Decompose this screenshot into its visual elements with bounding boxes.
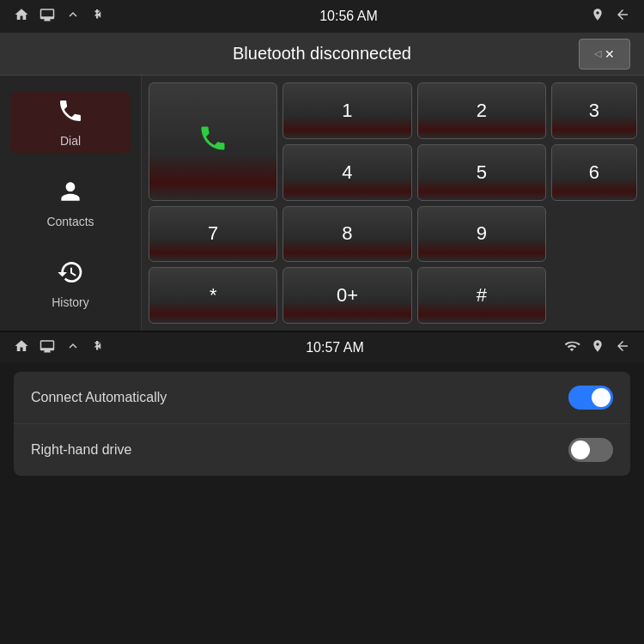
notification-bar: Bluetooth disconnected ◁ ✕ xyxy=(0,33,644,76)
notification-text: Bluetooth disconnected xyxy=(65,44,579,64)
status-bar-top: 10:56 AM xyxy=(0,0,644,33)
dial-key-7[interactable]: 7 xyxy=(149,206,277,263)
dial-key-hash[interactable]: # xyxy=(417,267,546,324)
right-hand-drive-label: Right-hand drive xyxy=(31,442,131,458)
close-x-label: ✕ xyxy=(605,47,615,61)
sidebar-item-contacts[interactable]: Contacts xyxy=(10,173,131,234)
dial-key-4[interactable]: 4 xyxy=(283,144,411,201)
sidebar: Dial Contacts History xyxy=(0,76,142,331)
home-icon[interactable] xyxy=(14,7,29,26)
dial-key-8[interactable]: 8 xyxy=(283,206,411,263)
dial-key-2[interactable]: 2 xyxy=(417,82,546,139)
dial-key-star[interactable]: * xyxy=(149,267,277,324)
dial-key-3[interactable]: 3 xyxy=(551,82,637,139)
sidebar-item-dial[interactable]: Dial xyxy=(10,92,131,153)
contacts-label: Contacts xyxy=(46,215,94,228)
usb-icon-bottom[interactable] xyxy=(91,338,106,357)
bottom-panel: 10:57 AM Connect Automatically Ri xyxy=(0,331,644,644)
close-notification-button[interactable]: ◁ ✕ xyxy=(579,39,630,70)
right-hand-drive-toggle[interactable] xyxy=(568,438,613,462)
dial-key-9[interactable]: 9 xyxy=(417,206,546,263)
wifi-icon-bottom xyxy=(563,338,580,357)
connect-automatically-label: Connect Automatically xyxy=(31,390,167,405)
main-content: Dial Contacts History 1 2 3 xyxy=(0,76,644,331)
back-icon-top[interactable] xyxy=(615,7,630,26)
call-icon xyxy=(197,123,228,161)
dial-key-1[interactable]: 1 xyxy=(283,82,411,139)
dial-key-empty xyxy=(551,206,637,263)
chevron-up-icon[interactable] xyxy=(65,7,81,26)
settings-card: Connect Automatically Right-hand drive xyxy=(14,372,630,476)
connect-automatically-toggle[interactable] xyxy=(568,386,613,410)
settings-row-righthand: Right-hand drive xyxy=(14,424,630,476)
status-bar-bottom-left xyxy=(14,338,106,357)
back-icon-bottom[interactable] xyxy=(615,338,630,357)
history-icon xyxy=(57,258,84,292)
history-label: History xyxy=(52,295,89,309)
toggle-knob-righthand xyxy=(571,440,590,459)
status-time-top: 10:56 AM xyxy=(319,9,378,24)
home-icon-bottom[interactable] xyxy=(14,338,29,357)
toggle-knob-connect xyxy=(592,388,611,407)
status-bar-left-icons xyxy=(14,7,106,26)
dial-key-0[interactable]: 0+ xyxy=(283,267,411,324)
location-icon-bottom xyxy=(591,338,605,357)
screen-icon-bottom[interactable] xyxy=(39,338,55,357)
dial-key-empty-2 xyxy=(551,267,637,324)
settings-area: Connect Automatically Right-hand drive xyxy=(0,363,644,486)
status-bar-bottom-right xyxy=(563,338,630,357)
top-panel: 10:56 AM Bluetooth disconnected ◁ ✕ Di xyxy=(0,0,644,331)
screen-icon[interactable] xyxy=(39,7,55,26)
call-button[interactable] xyxy=(149,82,277,201)
dialpad-area: 1 2 3 4 5 6 7 8 9 * 0+ xyxy=(142,76,644,331)
status-bar-bottom: 10:57 AM xyxy=(0,331,644,363)
location-icon-top xyxy=(591,7,605,26)
contacts-icon xyxy=(57,178,84,211)
dial-label: Dial xyxy=(60,134,81,148)
settings-row-connect: Connect Automatically xyxy=(14,372,630,424)
usb-icon[interactable] xyxy=(91,7,106,26)
status-time-bottom: 10:57 AM xyxy=(306,340,364,355)
status-bar-right-icons xyxy=(591,7,630,26)
phone-icon xyxy=(57,97,84,131)
dial-key-6[interactable]: 6 xyxy=(551,144,637,201)
close-arrow-icon: ◁ xyxy=(594,48,601,59)
dialpad-grid: 1 2 3 4 5 6 7 8 9 * 0+ xyxy=(149,82,637,324)
sidebar-item-history[interactable]: History xyxy=(10,253,131,314)
chevron-up-icon-bottom[interactable] xyxy=(65,338,81,357)
dial-key-5[interactable]: 5 xyxy=(417,144,546,201)
